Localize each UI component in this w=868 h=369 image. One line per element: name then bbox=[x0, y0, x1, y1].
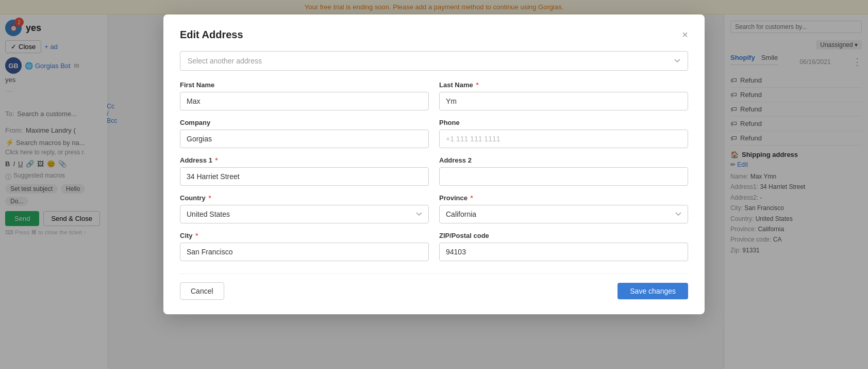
province-label: Province * bbox=[439, 194, 688, 202]
address2-group: Address 2 bbox=[439, 156, 688, 186]
company-group: Company bbox=[180, 119, 429, 148]
city-zip-row: City * ZIP/Postal code bbox=[180, 232, 688, 261]
save-changes-button[interactable]: Save changes bbox=[617, 283, 688, 299]
company-label: Company bbox=[180, 119, 429, 126]
modal-header: Edit Address × bbox=[180, 29, 688, 41]
last-name-label: Last Name * bbox=[439, 81, 688, 89]
first-name-label: First Name bbox=[180, 81, 429, 89]
address2-label: Address 2 bbox=[439, 156, 688, 164]
address1-input[interactable] bbox=[180, 167, 429, 186]
cancel-button[interactable]: Cancel bbox=[180, 282, 224, 300]
city-group: City * bbox=[180, 232, 429, 261]
company-input[interactable] bbox=[180, 130, 429, 148]
phone-input[interactable] bbox=[439, 130, 688, 148]
modal-close-button[interactable]: × bbox=[682, 29, 688, 41]
edit-address-modal: Edit Address × Select another address Fi… bbox=[163, 14, 705, 314]
country-group: Country * United States bbox=[180, 194, 429, 223]
country-label: Country * bbox=[180, 194, 429, 202]
phone-label: Phone bbox=[439, 119, 688, 126]
zip-input[interactable] bbox=[439, 243, 688, 261]
phone-group: Phone bbox=[439, 119, 688, 148]
address-row: Address 1 * Address 2 bbox=[180, 156, 688, 186]
country-province-row: Country * United States Province * Calif… bbox=[180, 194, 688, 223]
address2-input[interactable] bbox=[439, 167, 688, 186]
address1-group: Address 1 * bbox=[180, 156, 429, 186]
country-select[interactable]: United States bbox=[180, 205, 429, 223]
city-label: City * bbox=[180, 232, 429, 239]
address1-label: Address 1 * bbox=[180, 156, 429, 164]
city-input[interactable] bbox=[180, 243, 429, 261]
last-name-input[interactable] bbox=[439, 92, 688, 110]
first-name-group: First Name bbox=[180, 81, 429, 110]
modal-footer: Cancel Save changes bbox=[180, 274, 688, 300]
province-group: Province * California bbox=[439, 194, 688, 223]
first-name-input[interactable] bbox=[180, 92, 429, 110]
province-select[interactable]: California bbox=[439, 205, 688, 223]
last-name-group: Last Name * bbox=[439, 81, 688, 110]
modal-title: Edit Address bbox=[180, 29, 243, 41]
address-select[interactable]: Select another address bbox=[180, 51, 688, 71]
zip-label: ZIP/Postal code bbox=[439, 232, 688, 239]
zip-group: ZIP/Postal code bbox=[439, 232, 688, 261]
company-phone-row: Company Phone bbox=[180, 119, 688, 148]
name-row: First Name Last Name * bbox=[180, 81, 688, 110]
